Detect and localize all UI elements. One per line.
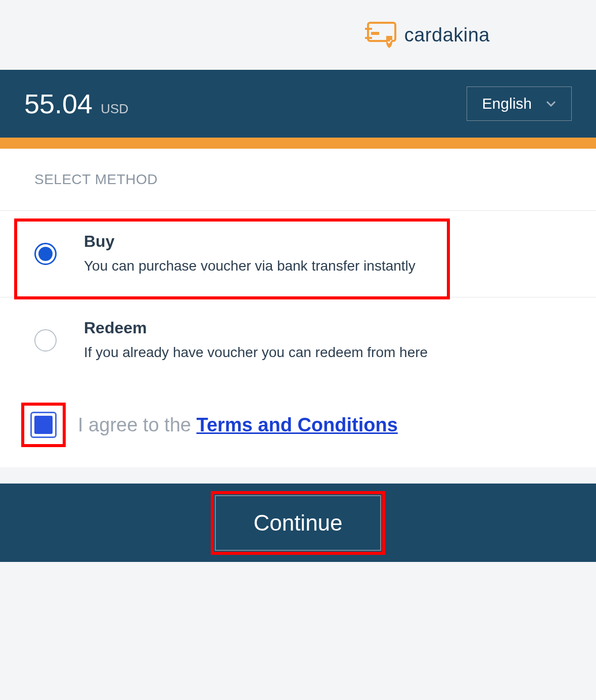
method-title-redeem: Redeem: [84, 319, 562, 337]
terms-link[interactable]: Terms and Conditions: [197, 414, 398, 435]
checkbox-inner: [34, 416, 53, 434]
continue-button[interactable]: Continue: [215, 495, 381, 551]
terms-checkbox[interactable]: [30, 412, 57, 438]
method-text: Redeem If you already have voucher you c…: [84, 319, 562, 362]
svg-rect-2: [365, 28, 372, 30]
logo-text: cardakina: [404, 24, 490, 46]
method-text: Buy You can purchase voucher via bank tr…: [84, 232, 562, 276]
language-selector[interactable]: English: [467, 86, 572, 121]
logo: cardakina: [363, 21, 490, 49]
svg-rect-3: [365, 37, 372, 39]
terms-text-wrapper: I agree to the Terms and Conditions: [78, 414, 398, 436]
method-title-buy: Buy: [84, 232, 562, 251]
radio-button-buy[interactable]: [34, 243, 57, 265]
method-desc-buy: You can purchase voucher via bank transf…: [84, 256, 562, 276]
amount-display: 55.04 USD: [24, 88, 128, 119]
card-shield-icon: [363, 21, 397, 49]
method-option-redeem[interactable]: Redeem If you already have voucher you c…: [0, 297, 596, 383]
header-section: cardakina: [0, 0, 596, 70]
section-title: SELECT METHOD: [0, 149, 596, 210]
terms-prefix: I agree to the: [78, 414, 197, 435]
language-value: English: [482, 95, 532, 112]
content-section: SELECT METHOD Buy You can purchase vouch…: [0, 149, 596, 467]
radio-button-redeem[interactable]: [34, 329, 57, 352]
amount-bar: 55.04 USD English: [0, 70, 596, 138]
orange-accent-bar: [0, 138, 596, 149]
radio-inner: [38, 247, 53, 261]
chevron-down-icon: [546, 101, 556, 107]
amount-value: 55.04: [24, 88, 93, 119]
method-desc-redeem: If you already have voucher you can rede…: [84, 342, 562, 362]
bottom-spacer: [0, 562, 596, 581]
footer-bar: Continue: [0, 484, 596, 562]
continue-label: Continue: [253, 510, 342, 535]
currency-label: USD: [101, 101, 128, 117]
terms-section: I agree to the Terms and Conditions: [0, 383, 596, 467]
method-option-buy[interactable]: Buy You can purchase voucher via bank tr…: [0, 210, 596, 297]
svg-rect-1: [371, 32, 379, 35]
